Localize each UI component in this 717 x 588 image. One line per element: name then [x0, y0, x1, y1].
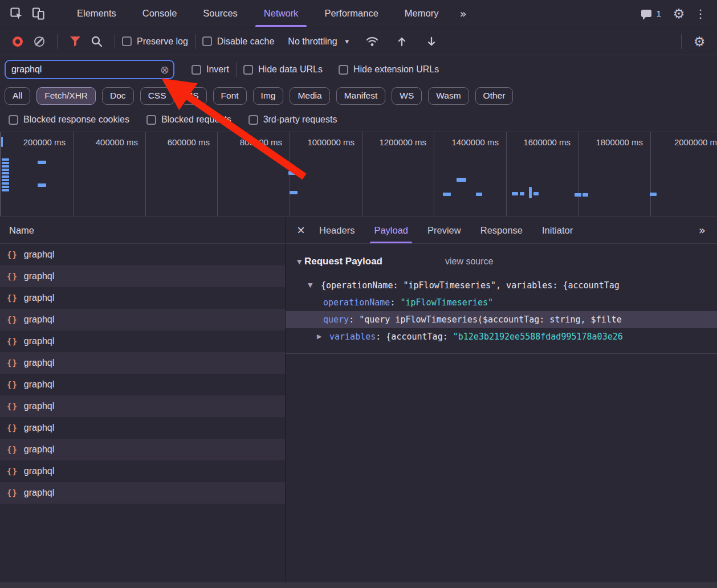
tab-response[interactable]: Response	[471, 217, 532, 243]
chip-all[interactable]: All	[5, 87, 30, 105]
console-messages-button[interactable]: 1	[634, 9, 668, 19]
request-row[interactable]: {}graphql	[0, 309, 285, 330]
payload-string-value: "query ipFlowTimeseries($accountTag: str…	[359, 315, 622, 325]
chip-manifest[interactable]: Manifest	[336, 87, 386, 105]
json-braces-icon: {}	[7, 272, 18, 281]
chip-wasm[interactable]: Wasm	[428, 87, 469, 105]
key-separator: :	[390, 297, 400, 308]
chip-fetch-xhr[interactable]: Fetch/XHR	[36, 87, 96, 105]
kebab-menu-icon[interactable]: ⋮	[690, 3, 711, 24]
tab-elements[interactable]: Elements	[64, 0, 129, 27]
chip-media[interactable]: Media	[290, 87, 329, 105]
payload-root-row[interactable]: ▼ {operationName: "ipFlowTimeseries", va…	[286, 277, 717, 294]
blocked-response-cookies-checkbox[interactable]: Blocked response cookies	[9, 115, 129, 125]
request-row[interactable]: {}graphql	[0, 287, 285, 309]
inspect-element-icon[interactable]	[6, 3, 27, 24]
close-details-icon[interactable]: ×	[297, 223, 305, 237]
throttling-select[interactable]: No throttling ▾	[288, 36, 349, 47]
request-name: graphql	[24, 488, 54, 498]
json-braces-icon: {}	[7, 380, 18, 389]
chip-doc[interactable]: Doc	[102, 87, 134, 105]
tab-sources[interactable]: Sources	[190, 0, 251, 27]
timeline-request-bar	[1, 137, 3, 147]
blocked-response-cookies-label: Blocked response cookies	[23, 115, 129, 125]
checkbox-icon	[243, 65, 253, 75]
request-row[interactable]: {}graphql	[0, 330, 285, 352]
funnel-icon	[70, 36, 81, 47]
checkbox-icon	[192, 65, 201, 75]
tab-label: Response	[480, 225, 523, 236]
third-party-requests-checkbox[interactable]: 3rd-party requests	[248, 115, 337, 125]
tab-initiator[interactable]: Initiator	[532, 217, 582, 243]
chip-ws[interactable]: WS	[392, 87, 422, 105]
name-column-header[interactable]: Name	[0, 217, 285, 244]
request-row[interactable]: {}graphql	[0, 439, 285, 460]
download-arrow-icon	[426, 36, 437, 47]
blocked-requests-checkbox[interactable]: Blocked requests	[146, 115, 231, 125]
chip-other[interactable]: Other	[475, 87, 514, 105]
timeline-request-bar	[2, 179, 9, 181]
timeline-request-bar	[38, 161, 46, 164]
timeline-request-bar	[476, 193, 482, 196]
filter-toggle-button[interactable]	[64, 31, 86, 52]
hide-extension-urls-checkbox[interactable]: Hide extension URLs	[339, 64, 439, 75]
hide-data-urls-label: Hide data URLs	[258, 64, 323, 75]
hide-data-urls-checkbox[interactable]: Hide data URLs	[243, 64, 323, 75]
request-name: graphql	[24, 358, 54, 368]
tab-payload[interactable]: Payload	[364, 217, 418, 243]
checkbox-icon	[9, 115, 18, 125]
request-row[interactable]: {}graphql	[0, 460, 285, 482]
more-detail-tabs-chevron-icon[interactable]: »	[699, 223, 706, 237]
settings-gear-icon[interactable]: ⚙	[668, 3, 690, 24]
payload-root-summary: {operationName: "ipFlowTimeseries", vari…	[321, 280, 620, 291]
chip-font[interactable]: Font	[213, 87, 247, 105]
view-source-link[interactable]: view source	[445, 256, 493, 267]
payload-query-row-selected[interactable]: query: "query ipFlowTimeseries($accountT…	[286, 311, 717, 328]
devtools-main-toolbar: Elements Console Sources Network Perform…	[0, 0, 717, 27]
tab-preview[interactable]: Preview	[418, 217, 471, 243]
chip-css[interactable]: CSS	[140, 87, 174, 105]
import-har-button[interactable]	[391, 31, 413, 52]
dropdown-caret-icon: ▾	[345, 37, 349, 46]
invert-filter-checkbox[interactable]: Invert	[192, 64, 229, 75]
request-row[interactable]: {}graphql	[0, 395, 285, 417]
panel-split-divider[interactable]	[285, 217, 286, 588]
toolbar-divider	[681, 34, 682, 49]
network-overview-timeline[interactable]: 200000 ms 400000 ms 600000 ms 800000 ms …	[0, 132, 717, 217]
payload-object-prefix: {accountTag:	[386, 332, 453, 342]
request-row[interactable]: {}graphql	[0, 374, 285, 395]
chip-js[interactable]: JS	[181, 87, 207, 105]
tab-performance[interactable]: Performance	[311, 0, 391, 27]
search-network-button[interactable]	[86, 31, 108, 52]
tab-network[interactable]: Network	[251, 0, 312, 27]
tab-headers[interactable]: Headers	[309, 217, 364, 243]
network-conditions-button[interactable]	[361, 31, 383, 52]
expand-triangle-icon[interactable]: ▶	[317, 328, 321, 345]
network-settings-gear-icon[interactable]: ⚙	[689, 31, 710, 52]
timeline-request-bar	[2, 158, 9, 161]
record-network-log-button[interactable]	[7, 31, 28, 52]
device-toolbar-icon[interactable]	[27, 3, 49, 24]
request-row[interactable]: {}graphql	[0, 244, 285, 266]
filter-input[interactable]	[6, 64, 173, 75]
clear-network-log-button[interactable]	[28, 31, 50, 52]
payload-string-value: "b12e3b2192ee5588fdad995178a03e26	[453, 332, 623, 342]
chip-img[interactable]: Img	[253, 87, 284, 105]
preserve-log-checkbox[interactable]: Preserve log	[122, 36, 188, 47]
disable-cache-checkbox[interactable]: Disable cache	[202, 36, 275, 47]
more-panels-chevron-icon[interactable]: »	[451, 0, 474, 27]
collapse-triangle-icon[interactable]: ▼	[308, 277, 312, 294]
request-row[interactable]: {}graphql	[0, 266, 285, 287]
tab-console[interactable]: Console	[129, 0, 190, 27]
tab-memory[interactable]: Memory	[392, 0, 452, 27]
payload-variables-row[interactable]: ▶ variables: {accountTag: "b12e3b2192ee5…	[286, 328, 717, 345]
collapse-triangle-icon[interactable]: ▼	[297, 258, 302, 266]
request-row-selected[interactable]: {}graphql	[0, 482, 285, 504]
payload-operation-name-row[interactable]: operationName: "ipFlowTimeseries"	[286, 294, 717, 311]
timeline-request-bar	[2, 175, 9, 178]
request-row[interactable]: {}graphql	[0, 417, 285, 439]
clear-filter-icon[interactable]: ⊗	[160, 64, 169, 75]
export-har-button[interactable]	[421, 31, 442, 52]
request-payload-header: ▼ Request Payload view source	[286, 252, 717, 271]
request-row[interactable]: {}graphql	[0, 352, 285, 374]
